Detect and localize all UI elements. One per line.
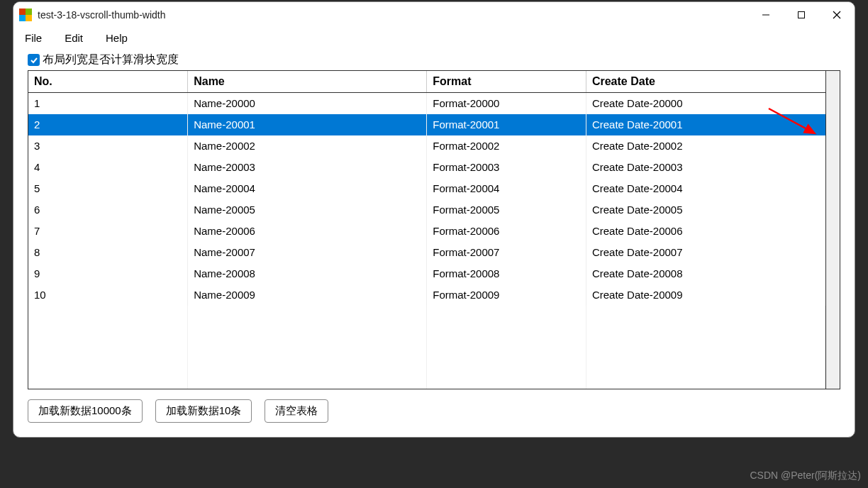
menu-help[interactable]: Help [101,30,132,45]
data-table: No. Name Format Create Date 1Name-20000F… [28,71,825,389]
table-row-empty [28,306,825,327]
cell-format: Format-20006 [427,221,586,242]
check-icon [30,56,38,65]
cell-name: Name-20003 [188,157,427,178]
table-row[interactable]: 3Name-20002Format-20002Create Date-20002 [28,135,825,157]
col-name[interactable]: Name [188,71,427,93]
cell-create: Create Date-20004 [586,178,825,199]
content-area: 布局列宽是否计算滑块宽度 No. Name Format [13,48,855,437]
cell-name: Name-20001 [188,114,427,135]
cell-create: Create Date-20001 [586,114,825,135]
cell-no: 10 [28,284,188,306]
layout-width-checkbox[interactable] [28,54,40,66]
table-row[interactable]: 1Name-20000Format-20000Create Date-20000 [28,93,825,114]
svg-rect-1 [799,12,805,18]
maximize-button[interactable] [784,2,819,28]
cell-no: 3 [28,135,188,157]
cell-no: 7 [28,221,188,242]
table-header-row: No. Name Format Create Date [28,71,825,93]
minimize-icon [762,11,770,19]
table-row-empty [28,327,825,348]
cell-no: 1 [28,93,188,114]
menu-file[interactable]: File [21,30,46,45]
window-title: test-3-18-vscroll-thumb-width [38,9,748,21]
col-format[interactable]: Format [427,71,586,93]
col-create[interactable]: Create Date [586,71,825,93]
cell-name: Name-20007 [188,242,427,263]
cell-name: Name-20009 [188,284,427,306]
cell-format: Format-20004 [427,178,586,199]
cell-format: Format-20007 [427,242,586,263]
load-10000-button[interactable]: 加载新数据10000条 [28,399,143,423]
titlebar: test-3-18-vscroll-thumb-width [13,2,855,28]
cell-name: Name-20004 [188,178,427,199]
vertical-scrollbar[interactable] [825,71,840,389]
table-row[interactable]: 9Name-20008Format-20008Create Date-20008 [28,263,825,284]
load-10-button[interactable]: 加载新数据10条 [155,399,252,423]
cell-name: Name-20002 [188,135,427,157]
table-main: No. Name Format Create Date 1Name-20000F… [28,71,825,389]
table-row[interactable]: 7Name-20006Format-20006Create Date-20006 [28,221,825,242]
cell-no: 5 [28,178,188,199]
checkbox-label: 布局列宽是否计算滑块宽度 [43,52,179,67]
cell-no: 6 [28,199,188,221]
cell-name: Name-20000 [188,93,427,114]
cell-format: Format-20009 [427,284,586,306]
cell-create: Create Date-20005 [586,199,825,221]
table-row[interactable]: 8Name-20007Format-20007Create Date-20007 [28,242,825,263]
cell-no: 2 [28,114,188,135]
watermark: CSDN @Peter(阿斯拉达) [750,470,861,482]
cell-no: 4 [28,157,188,178]
cell-create: Create Date-20002 [586,135,825,157]
col-no[interactable]: No. [28,71,188,93]
table-row[interactable]: 6Name-20005Format-20005Create Date-20005 [28,199,825,221]
cell-format: Format-20008 [427,263,586,284]
menubar: File Edit Help [13,28,855,48]
button-row: 加载新数据10000条 加载新数据10条 清空表格 [28,399,840,423]
table-wrapper: No. Name Format Create Date 1Name-20000F… [28,70,840,389]
table-row-empty [28,348,825,370]
app-icon [19,9,32,21]
close-button[interactable] [819,2,855,28]
cell-format: Format-20003 [427,157,586,178]
checkbox-row: 布局列宽是否计算滑块宽度 [28,52,840,67]
table-row-empty [28,370,825,389]
cell-name: Name-20006 [188,221,427,242]
cell-format: Format-20000 [427,93,586,114]
maximize-icon [797,11,806,19]
cell-create: Create Date-20006 [586,221,825,242]
table-row[interactable]: 2Name-20001Format-20001Create Date-20001 [28,114,825,135]
cell-name: Name-20005 [188,199,427,221]
cell-format: Format-20001 [427,114,586,135]
cell-name: Name-20008 [188,263,427,284]
minimize-button[interactable] [748,2,784,28]
cell-no: 9 [28,263,188,284]
cell-format: Format-20005 [427,199,586,221]
window-controls [748,2,855,28]
table-row[interactable]: 5Name-20004Format-20004Create Date-20004 [28,178,825,199]
menu-edit[interactable]: Edit [60,30,87,45]
cell-create: Create Date-20008 [586,263,825,284]
cell-create: Create Date-20000 [586,93,825,114]
cell-no: 8 [28,242,188,263]
table-row[interactable]: 10Name-20009Format-20009Create Date-2000… [28,284,825,306]
cell-format: Format-20002 [427,135,586,157]
clear-button[interactable]: 清空表格 [265,399,328,423]
cell-create: Create Date-20003 [586,157,825,178]
cell-create: Create Date-20007 [586,242,825,263]
app-window: test-3-18-vscroll-thumb-width File Edit … [13,1,855,438]
close-icon [833,11,841,19]
cell-create: Create Date-20009 [586,284,825,306]
table-row[interactable]: 4Name-20003Format-20003Create Date-20003 [28,157,825,178]
